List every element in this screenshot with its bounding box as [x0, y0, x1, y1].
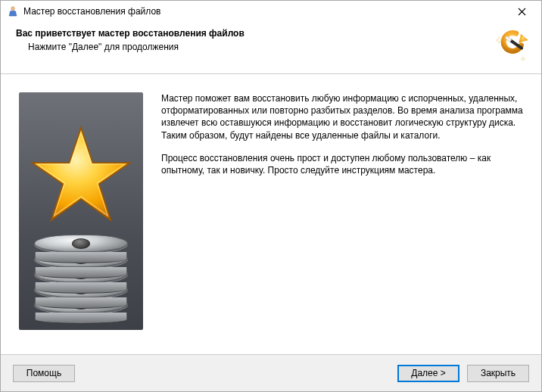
title-bar: Мастер восстановления файлов	[1, 1, 541, 22]
close-button[interactable]: Закрыть	[467, 365, 529, 382]
next-button[interactable]: Далее >	[397, 365, 459, 382]
body-paragraph-2: Процесс восстановления очень прост и дос…	[161, 152, 523, 176]
magic-wand-icon	[493, 28, 529, 64]
app-icon	[7, 5, 19, 17]
close-icon	[518, 8, 526, 16]
window-close-button[interactable]	[506, 2, 537, 20]
wizard-body-text: Мастер поможет вам восстановить любую ин…	[161, 92, 523, 347]
wizard-illustration	[19, 92, 143, 330]
disk-stack-icon	[34, 222, 128, 313]
svg-point-0	[11, 7, 14, 10]
help-button[interactable]: Помощь	[13, 365, 75, 382]
wizard-header: Вас приветствует мастер восстановления ф…	[1, 22, 541, 74]
wizard-footer: Помощь Далее > Закрыть	[1, 355, 541, 391]
body-paragraph-1: Мастер поможет вам восстановить любую ин…	[161, 92, 523, 142]
star-icon	[28, 123, 134, 229]
wizard-heading: Вас приветствует мастер восстановления ф…	[16, 28, 493, 39]
wizard-subtitle: Нажмите "Далее" для продолжения	[28, 42, 493, 52]
svg-marker-6	[33, 128, 130, 220]
window-title: Мастер восстановления файлов	[23, 6, 506, 17]
wizard-content: Мастер поможет вам восстановить любую ин…	[1, 74, 541, 355]
wizard-header-text: Вас приветствует мастер восстановления ф…	[16, 28, 493, 52]
svg-marker-5	[521, 57, 525, 61]
